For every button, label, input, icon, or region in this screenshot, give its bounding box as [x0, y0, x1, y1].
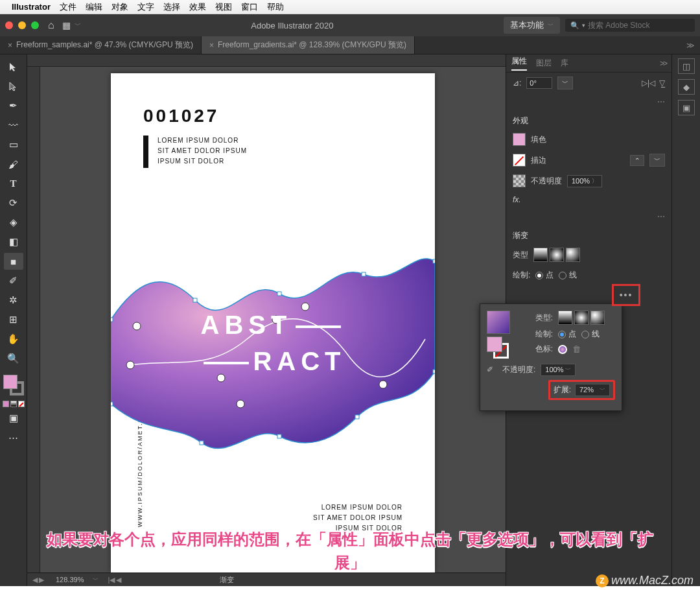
home-icon[interactable]: ⌂ [48, 19, 54, 31]
zoom-tool[interactable]: 🔍 [4, 350, 23, 367]
tab-libraries[interactable]: 库 [561, 58, 568, 69]
menu-edit[interactable]: 编辑 [86, 1, 102, 13]
gradient-title: 渐变 [506, 225, 671, 244]
panel-icon-2[interactable]: ◆ [678, 79, 695, 95]
stroke-row[interactable]: 描边 ⌃ ﹀ [506, 150, 671, 171]
none-mode-swatch[interactable] [18, 401, 25, 407]
fx-row[interactable]: fx. [506, 191, 671, 208]
eyedropper-icon[interactable]: ✐ [487, 365, 497, 375]
eyedropper-tool[interactable]: ✐ [4, 272, 23, 289]
more-dots-icon: ••• [620, 290, 633, 300]
workspace-selector[interactable]: 基本功能 ﹀ [504, 17, 560, 34]
radial-gradient-btn[interactable] [550, 248, 564, 262]
screen-mode[interactable]: ▣ [4, 410, 23, 427]
ruler-horizontal[interactable] [27, 54, 506, 67]
direct-selection-tool[interactable] [4, 78, 23, 95]
flip-v-icon[interactable]: ▽̲ [659, 78, 665, 88]
gradient-tool[interactable]: ■ [4, 253, 23, 270]
popup-fill[interactable] [487, 336, 502, 352]
draw-point-radio[interactable]: 点 [535, 270, 554, 281]
pen-tool[interactable]: ✒ [4, 97, 23, 114]
minimize-button[interactable] [18, 21, 26, 29]
rectangle-tool[interactable]: ▭ [4, 136, 23, 153]
draw-line-radio[interactable]: 线 [559, 270, 577, 281]
shape-builder-tool[interactable]: ◈ [4, 214, 23, 231]
arrange-docs-chevron[interactable]: ﹀ [75, 21, 81, 30]
flip-h-icon[interactable]: ▷|◁ [642, 78, 655, 88]
popup-radial-btn[interactable] [574, 311, 589, 325]
curvature-tool[interactable]: 〰 [4, 117, 23, 134]
menu-file[interactable]: 文件 [60, 1, 76, 13]
artboard-tool[interactable]: ⊞ [4, 311, 23, 328]
menu-view[interactable]: 视图 [215, 1, 232, 13]
type-tool[interactable]: T [4, 175, 23, 192]
menu-effect[interactable]: 效果 [189, 1, 206, 13]
popup-freeform-btn[interactable] [590, 311, 605, 325]
watermark: Z www.MacZ.com [596, 574, 694, 587]
tab-properties[interactable]: 属性 [511, 56, 527, 71]
fill-row[interactable]: 填色 [506, 129, 671, 150]
tab-layers[interactable]: 图层 [536, 58, 552, 69]
freeform-gradient-btn[interactable] [566, 248, 580, 262]
arrange-docs-icon[interactable]: ▦ [62, 20, 71, 30]
rotate-tool[interactable]: ⟳ [4, 195, 23, 211]
panel-menu-icon[interactable]: ⋯ [657, 97, 665, 106]
angle-input[interactable]: 0° [526, 77, 552, 89]
ruler-vertical[interactable] [27, 67, 40, 572]
search-input[interactable] [588, 21, 690, 30]
selection-tool[interactable] [4, 58, 23, 75]
close-button[interactable] [5, 21, 13, 29]
angle-dropdown[interactable]: ﹀ [557, 77, 573, 89]
stroke-weight-stepper[interactable]: ⌃ [630, 155, 644, 166]
artboard-nav[interactable]: |◀◀ [108, 576, 121, 584]
color-mode-swatch[interactable] [3, 401, 9, 407]
menu-object[interactable]: 对象 [111, 1, 128, 13]
eraser-tool[interactable]: ◧ [4, 233, 23, 250]
nav-arrows[interactable]: ◀▶ [32, 576, 44, 584]
popup-opacity-value[interactable]: 100%﹀ [541, 364, 576, 376]
app-name[interactable]: Illustrator [12, 2, 51, 12]
close-icon[interactable]: × [8, 41, 12, 50]
popup-fill-stroke[interactable] [487, 336, 510, 360]
edit-toolbar[interactable]: ⋯ [4, 429, 23, 446]
collapse-icon[interactable]: >> [660, 59, 666, 68]
menu-type[interactable]: 文字 [137, 1, 154, 13]
popup-extend-value[interactable]: 72%﹀ [575, 384, 610, 396]
zoom-level[interactable]: 128.39% [56, 576, 84, 584]
zoom-chevron[interactable]: ﹀ [93, 576, 99, 584]
maximize-button[interactable] [31, 21, 39, 29]
panel-icon-3[interactable]: ▣ [678, 100, 695, 115]
panel-icon-1[interactable]: ◫ [678, 58, 695, 74]
fill-swatch[interactable] [3, 375, 18, 389]
fill-stroke-indicator[interactable] [3, 375, 24, 395]
tab-overflow[interactable]: ≫ [681, 41, 700, 50]
tab-doc-1[interactable]: × Freeform_samples.ai* @ 47.3% (CMYK/GPU… [0, 36, 202, 54]
popup-linear-btn[interactable] [558, 311, 572, 325]
opacity-value[interactable]: 100%〉 [567, 175, 602, 187]
panel-menu-icon[interactable]: ⋯ [657, 212, 665, 221]
artboard-wrap[interactable]: 001027 LOREM IPSUM DOLOR SIT AMET DOLOR … [40, 67, 506, 572]
brush-tool[interactable]: 🖌 [4, 156, 23, 172]
stroke-swatch[interactable] [513, 154, 526, 167]
menu-help[interactable]: 帮助 [267, 1, 284, 13]
menu-select[interactable]: 选择 [163, 1, 180, 13]
opacity-row[interactable]: 不透明度 100%〉 [506, 171, 671, 191]
gradient-thumbnail[interactable] [487, 311, 510, 334]
stroke-weight-dropdown[interactable]: ﹀ [649, 154, 665, 167]
popup-point-radio[interactable]: 点 [558, 329, 576, 340]
fill-swatch[interactable] [513, 133, 526, 146]
opacity-swatch[interactable] [513, 174, 526, 187]
watermark-badge: Z [596, 574, 609, 587]
gradient-mode-swatch[interactable] [10, 401, 17, 407]
stock-search[interactable]: 🔍 ▾ [565, 19, 695, 32]
delete-stop-icon[interactable]: 🗑 [572, 344, 581, 354]
color-stop-swatch[interactable] [558, 345, 567, 354]
more-options-button[interactable]: ••• [612, 284, 640, 306]
menu-window[interactable]: 窗口 [241, 1, 258, 13]
tab-doc-2[interactable]: × Freeform_gradients.ai* @ 128.39% (CMYK… [202, 36, 415, 54]
linear-gradient-btn[interactable] [533, 248, 548, 262]
close-icon[interactable]: × [209, 41, 214, 50]
hand-tool[interactable]: ✋ [4, 331, 23, 348]
symbol-sprayer-tool[interactable]: ✲ [4, 292, 23, 309]
popup-line-radio[interactable]: 线 [581, 329, 600, 340]
